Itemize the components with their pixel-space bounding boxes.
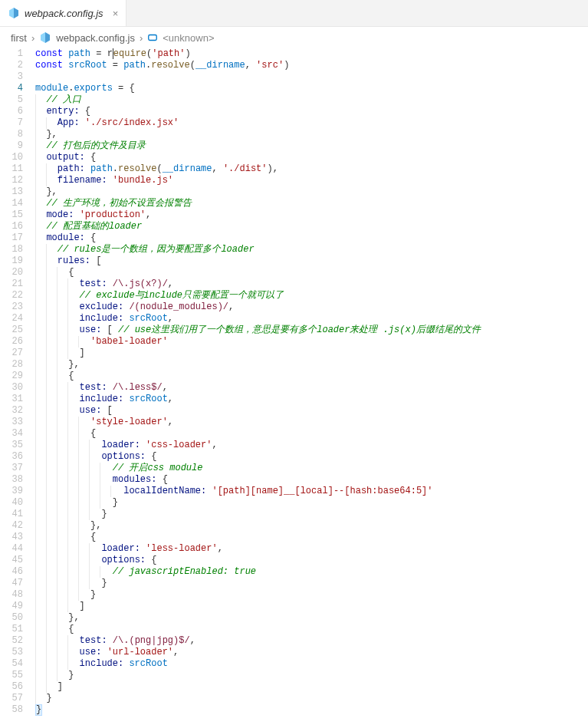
code-line[interactable]: // 打包后的文件及目录 (35, 140, 588, 152)
line-number: 35 (0, 440, 23, 451)
code-line[interactable]: exclude: /(nodule_modules)/, (35, 302, 588, 313)
code-line[interactable]: // 开启css module (35, 463, 588, 474)
js-file-icon (8, 7, 20, 19)
code-line[interactable]: } (35, 589, 588, 601)
line-number: 1 (0, 48, 23, 60)
symbol-icon (147, 32, 158, 43)
code-line[interactable]: // 入口 (35, 94, 588, 106)
tab-webpack-config[interactable]: webpack.config.js × (0, 0, 126, 26)
breadcrumb[interactable]: first › webpack.config.js › <unknown> (0, 27, 588, 48)
code-line[interactable]: 'babel-loader' (35, 336, 588, 348)
code-line[interactable]: // rules是一个数组，因为要配置多个loader (35, 244, 588, 255)
code-line[interactable]: }, (35, 520, 588, 532)
code-line[interactable]: const srcRoot = path.resolve(__dirname, … (35, 60, 588, 71)
code-line[interactable]: { (35, 624, 588, 635)
line-number: 10 (0, 152, 23, 163)
line-number: 7 (0, 117, 23, 129)
line-number: 50 (0, 612, 23, 624)
code-line[interactable]: test: /\.less$/, (35, 382, 588, 394)
code-line[interactable]: module.exports = { (35, 83, 588, 94)
code-line[interactable] (35, 71, 588, 83)
code-line[interactable]: { (35, 428, 588, 440)
code-line[interactable]: } (35, 509, 588, 520)
line-number: 34 (0, 428, 23, 440)
line-number: 52 (0, 635, 23, 647)
code-line[interactable]: }, (35, 359, 588, 371)
code-line[interactable]: loader: 'less-loader', (35, 543, 588, 555)
chevron-right-icon: › (31, 32, 34, 44)
code-line[interactable]: include: srcRoot, (35, 394, 588, 405)
breadcrumb-file[interactable]: webpack.config.js (56, 32, 135, 44)
line-number: 42 (0, 520, 23, 532)
line-number: 58 (0, 704, 23, 716)
code-line[interactable]: test: /\.(png|jpg)$/, (35, 635, 588, 647)
code-line[interactable]: }, (35, 186, 588, 198)
code-line[interactable]: localIdentName: '[path][name]__[local]--… (35, 486, 588, 497)
code-line[interactable]: // exclude与include只需要配置一个就可以了 (35, 290, 588, 302)
code-line[interactable]: ] (35, 681, 588, 693)
code-line[interactable]: use: 'url-loader', (35, 647, 588, 658)
code-line[interactable]: include: srcRoot, (35, 313, 588, 325)
code-line[interactable]: } (35, 578, 588, 589)
chevron-right-icon: › (140, 32, 143, 44)
code-line[interactable]: // javascriptEnabled: true (35, 566, 588, 578)
code-line[interactable]: }, (35, 129, 588, 140)
breadcrumb-symbol[interactable]: <unknown> (163, 32, 214, 44)
line-number: 19 (0, 255, 23, 267)
code-line[interactable]: { (35, 371, 588, 382)
code-line[interactable]: options: { (35, 555, 588, 566)
code-line[interactable]: mode: 'production', (35, 209, 588, 221)
line-number: 21 (0, 278, 23, 290)
line-number: 5 (0, 94, 23, 106)
code-line[interactable]: { (35, 532, 588, 543)
code-line[interactable]: ] (35, 348, 588, 359)
code-line[interactable]: // 生产环境，初始不设置会报警告 (35, 198, 588, 209)
line-number: 55 (0, 670, 23, 681)
code-line[interactable]: ] (35, 601, 588, 612)
code-line[interactable]: { (35, 267, 588, 278)
line-number: 36 (0, 451, 23, 463)
code-line[interactable]: include: srcRoot (35, 658, 588, 670)
line-number: 24 (0, 313, 23, 325)
code-line[interactable]: path: path.resolve(__dirname, './dist'), (35, 163, 588, 175)
code-line[interactable]: entry: { (35, 106, 588, 117)
line-number: 46 (0, 566, 23, 578)
code-line[interactable]: use: [ // use这里我们用了一个数组，意思是要有多个loader来处理… (35, 325, 588, 336)
code-line[interactable]: test: /\.js(x?)/, (35, 278, 588, 290)
code-line[interactable]: } (35, 704, 588, 716)
line-number: 11 (0, 163, 23, 175)
close-icon[interactable]: × (113, 8, 119, 19)
line-number: 8 (0, 129, 23, 140)
line-number: 53 (0, 647, 23, 658)
line-number: 39 (0, 486, 23, 497)
code-line[interactable]: use: [ (35, 405, 588, 417)
code-line[interactable]: 'style-loader', (35, 417, 588, 428)
line-number: 4 (0, 83, 23, 94)
code-line[interactable]: const path = require('path') (35, 48, 588, 60)
line-number: 48 (0, 589, 23, 601)
line-number: 6 (0, 106, 23, 117)
code-line[interactable]: loader: 'css-loader', (35, 440, 588, 451)
code-line[interactable]: } (35, 670, 588, 681)
line-number: 44 (0, 543, 23, 555)
code-line[interactable]: output: { (35, 152, 588, 163)
code-line[interactable]: filename: 'bundle.js' (35, 175, 588, 186)
line-number: 30 (0, 382, 23, 394)
line-number: 51 (0, 624, 23, 635)
line-number: 15 (0, 209, 23, 221)
line-number: 20 (0, 267, 23, 278)
code-line[interactable]: }, (35, 612, 588, 624)
code-line[interactable]: } (35, 693, 588, 704)
code-content[interactable]: const path = require('path')const srcRoo… (35, 48, 588, 716)
breadcrumb-folder[interactable]: first (11, 32, 27, 44)
code-line[interactable]: } (35, 497, 588, 509)
code-line[interactable]: options: { (35, 451, 588, 463)
line-number: 29 (0, 371, 23, 382)
line-number: 26 (0, 336, 23, 348)
code-line[interactable]: App: './src/index.jsx' (35, 117, 588, 129)
code-line[interactable]: module: { (35, 232, 588, 244)
code-line[interactable]: // 配置基础的loader (35, 221, 588, 232)
code-line[interactable]: rules: [ (35, 255, 588, 267)
code-editor[interactable]: 1234567891011121314151617181920212223242… (0, 48, 588, 716)
code-line[interactable]: modules: { (35, 474, 588, 486)
